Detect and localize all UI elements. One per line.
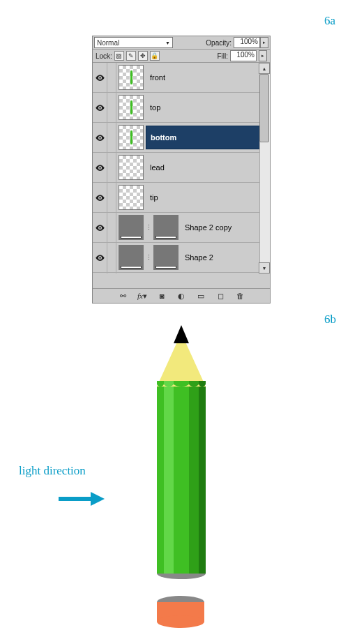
layers-list: front top bottom lead tip (93, 63, 270, 274)
pencil-illustration (152, 325, 211, 579)
eye-icon (95, 223, 105, 233)
new-layer-icon[interactable]: ◻ (215, 291, 225, 301)
eye-icon (95, 133, 105, 143)
layer-name[interactable]: Shape 2 copy (181, 216, 270, 239)
svg-point-5 (99, 227, 101, 229)
layer-row[interactable] (93, 273, 270, 274)
opacity-input[interactable]: 100% (234, 37, 260, 48)
layer-row[interactable]: top (93, 93, 270, 123)
visibility-toggle[interactable] (93, 123, 107, 152)
link-cell (107, 213, 116, 242)
lock-label: Lock: (96, 52, 112, 60)
fill-label: Fill: (217, 52, 228, 60)
pencil-body (157, 387, 206, 574)
visibility-toggle[interactable] (93, 183, 107, 212)
layer-thumbnail[interactable] (119, 125, 144, 150)
blend-mode-select[interactable]: Normal ▼ (94, 37, 173, 48)
group-icon[interactable]: ▭ (196, 291, 206, 301)
blend-mode-value: Normal (97, 39, 119, 47)
layers-panel: Normal ▼ Opacity: 100% ▸ Lock: ▨ ✎ ✥ 🔒 F… (92, 36, 271, 304)
link-cell (107, 123, 116, 152)
adjustment-icon[interactable]: ◐ (176, 291, 186, 301)
link-cell (107, 183, 116, 212)
pencil-scallop (157, 381, 206, 387)
layer-thumbnail[interactable] (119, 65, 144, 90)
layer-thumbnail[interactable] (119, 245, 144, 270)
scroll-up-button[interactable]: ▴ (259, 63, 270, 74)
panel-footer: ⚯ fx▾ ◙ ◐ ▭ ◻ 🗑 (93, 288, 270, 303)
link-cell (107, 153, 116, 182)
layer-row[interactable]: lead (93, 153, 270, 183)
link-cell (107, 93, 116, 122)
mask-link-icon[interactable]: ⋮ (146, 254, 151, 261)
chevron-down-icon: ▼ (165, 40, 170, 45)
eye-icon (95, 163, 105, 173)
scrollbar-track[interactable]: ▴ ▾ (259, 63, 270, 274)
light-direction-label: light direction (19, 464, 86, 478)
scrollbar-thumb[interactable] (259, 74, 269, 142)
layer-row[interactable]: ⋮ Shape 2 copy (93, 213, 270, 243)
svg-point-2 (99, 137, 101, 139)
fill-input[interactable]: 100% (230, 50, 257, 61)
trash-icon[interactable]: 🗑 (235, 291, 245, 301)
link-cell (107, 63, 116, 92)
visibility-toggle[interactable] (93, 273, 107, 274)
svg-marker-8 (91, 492, 105, 506)
layer-thumbnail[interactable] (119, 95, 144, 120)
scroll-down-button[interactable]: ▾ (259, 262, 270, 274)
mask-icon[interactable]: ◙ (157, 291, 167, 301)
layer-name[interactable]: Shape 2 (181, 246, 270, 269)
layer-row[interactable]: front (93, 63, 270, 93)
link-cell (107, 243, 116, 272)
svg-point-3 (99, 167, 101, 169)
layer-name[interactable]: top (146, 96, 270, 119)
layer-name[interactable]: front (146, 66, 270, 89)
step-label-6b: 6b (324, 313, 336, 327)
layer-thumbnail[interactable] (119, 215, 144, 240)
step-label-6a: 6a (324, 14, 335, 28)
svg-point-0 (99, 77, 101, 79)
layer-thumbnail[interactable] (119, 185, 144, 210)
lock-position-button[interactable]: ✥ (138, 51, 148, 61)
pencil-lead (174, 325, 189, 343)
lock-all-button[interactable]: 🔒 (150, 51, 160, 61)
visibility-toggle[interactable] (93, 153, 107, 182)
eye-icon (95, 73, 105, 83)
eye-icon (95, 253, 105, 263)
lock-transparency-button[interactable]: ▨ (114, 51, 124, 61)
layer-name[interactable]: lead (146, 156, 270, 179)
fx-icon[interactable]: fx▾ (137, 291, 147, 301)
layer-name[interactable]: tip (146, 186, 270, 209)
eye-icon (95, 103, 105, 113)
mask-link-icon[interactable]: ⋮ (146, 224, 151, 231)
fill-flyout-button[interactable]: ▸ (259, 50, 267, 61)
layer-name[interactable]: bottom (146, 126, 270, 149)
layer-row[interactable]: ⋮ Shape 2 (93, 243, 270, 273)
visibility-toggle[interactable] (93, 213, 107, 242)
eraser-illustration (157, 596, 204, 628)
opacity-label: Opacity: (206, 39, 231, 47)
visibility-toggle[interactable] (93, 63, 107, 92)
layer-row[interactable]: bottom (93, 123, 270, 153)
visibility-toggle[interactable] (93, 243, 107, 272)
link-cell (107, 273, 116, 274)
layer-thumbnail[interactable] (119, 155, 144, 180)
link-layers-icon[interactable]: ⚯ (118, 291, 128, 301)
layer-row[interactable]: tip (93, 183, 270, 213)
panel-header-row: Normal ▼ Opacity: 100% ▸ (93, 36, 270, 50)
visibility-toggle[interactable] (93, 93, 107, 122)
lock-row: Lock: ▨ ✎ ✥ 🔒 Fill: 100% ▸ (93, 50, 270, 63)
vector-mask-thumbnail[interactable] (153, 245, 178, 270)
svg-point-6 (99, 257, 101, 259)
opacity-flyout-button[interactable]: ▸ (260, 37, 268, 48)
eye-icon (95, 193, 105, 203)
vector-mask-thumbnail[interactable] (153, 215, 178, 240)
pencil-wood (157, 343, 206, 387)
svg-point-4 (99, 197, 101, 199)
svg-point-1 (99, 107, 101, 109)
lock-pixels-button[interactable]: ✎ (126, 51, 136, 61)
arrow-icon (57, 491, 106, 507)
